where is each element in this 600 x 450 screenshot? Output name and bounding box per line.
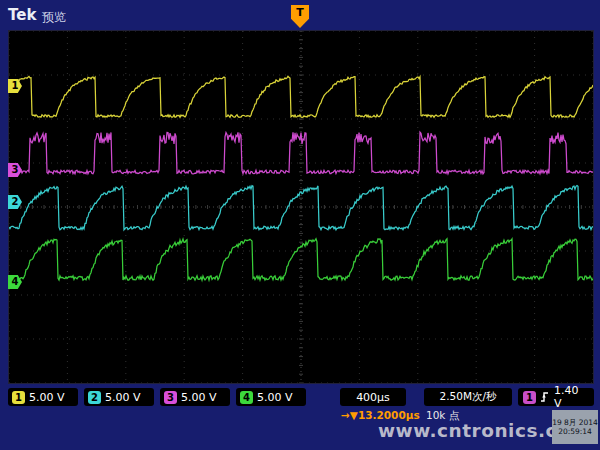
ch1-scale-readout[interactable]: 1 5.00 V (8, 388, 78, 406)
sample-rate-readout: 2.50M次/秒 (424, 388, 512, 406)
ch1-badge: 1 (12, 391, 25, 404)
sample-rate-value: 2.50M次/秒 (440, 390, 497, 404)
ch4-scale-readout[interactable]: 4 5.00 V (236, 388, 306, 406)
datetime-display: 19 8月 2014 20:59:14 (552, 410, 598, 444)
ch2-scale-value: 5.00 V (105, 391, 141, 404)
brand-logo: Tek (8, 6, 36, 24)
ch3-badge: 3 (164, 391, 177, 404)
trigger-source-badge: 1 (523, 391, 536, 404)
ch1-scale-value: 5.00 V (29, 391, 65, 404)
timebase-readout[interactable]: 400µs (340, 388, 406, 406)
timebase-scale-value: 400µs (356, 391, 390, 404)
rising-edge-icon (540, 391, 550, 403)
trigger-position-marker[interactable]: T (291, 5, 309, 28)
trigger-readout[interactable]: 1 1.40 V (518, 388, 594, 406)
trigger-level-value: 1.40 V (554, 384, 589, 410)
ch2-badge: 2 (88, 391, 101, 404)
delay-icon: →▼ (341, 409, 358, 421)
oscilloscope-screen: Tek 预览 T 1 3 2 4 1 5.00 V 2 5.00 V 3 5.0… (0, 0, 600, 450)
ch2-scale-readout[interactable]: 2 5.00 V (84, 388, 154, 406)
ch4-badge: 4 (240, 391, 253, 404)
ch3-scale-readout[interactable]: 3 5.00 V (160, 388, 230, 406)
date-value: 19 8月 2014 (552, 419, 598, 427)
ch4-scale-value: 5.00 V (257, 391, 293, 404)
waveform-plot (9, 31, 593, 383)
ch3-scale-value: 5.00 V (181, 391, 217, 404)
waveform-display (8, 30, 594, 384)
acquisition-mode-label: 预览 (42, 9, 66, 26)
time-value: 20:59:14 (552, 428, 598, 436)
